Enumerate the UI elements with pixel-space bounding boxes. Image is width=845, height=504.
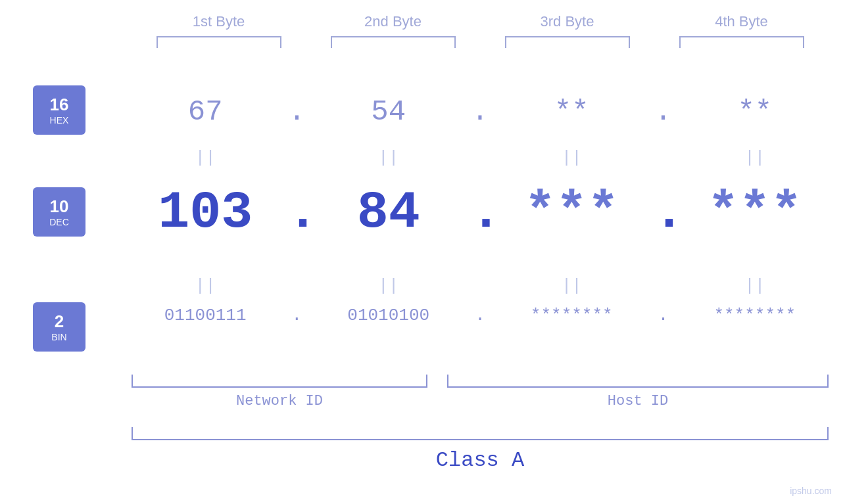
bin-b3: ********: [506, 306, 637, 325]
class-bracket: [132, 427, 829, 440]
byte-header-4: 4th Byte: [676, 13, 808, 30]
hex-b2: 54: [323, 95, 454, 128]
network-id-label: Network ID: [132, 393, 427, 409]
badge-bin: 2 BIN: [33, 302, 85, 352]
equals-2a: ||: [323, 148, 454, 168]
dec-dot-1: .: [287, 183, 306, 242]
watermark: ipshu.com: [790, 486, 832, 496]
hex-b3: **: [506, 95, 637, 128]
byte-header-3: 3rd Byte: [502, 13, 633, 30]
dec-b4: ***: [689, 187, 821, 239]
badge-hex: 16 HEX: [33, 85, 85, 135]
bin-dot-1: .: [287, 306, 306, 325]
bracket-byte-4: [679, 36, 804, 48]
byte-header-2: 2nd Byte: [327, 13, 459, 30]
byte-header-1: 1st Byte: [153, 13, 285, 30]
badge-dec-label: DEC: [49, 217, 69, 227]
page-wrapper: 1st Byte 2nd Byte 3rd Byte 4th Byte 16 H…: [0, 0, 845, 504]
equals-4b: ||: [689, 276, 821, 296]
dec-b1: 103: [139, 187, 271, 239]
class-label: Class A: [132, 448, 829, 472]
badge-bin-number: 2: [55, 311, 64, 332]
hex-b4: **: [689, 95, 821, 128]
equals-1b: ||: [139, 276, 271, 296]
equals-1a: ||: [139, 148, 271, 168]
badge-hex-number: 16: [50, 95, 69, 115]
bin-b4: ********: [689, 306, 821, 325]
bin-dot-3: .: [654, 306, 673, 325]
hex-b1: 67: [139, 95, 271, 128]
equals-3a: ||: [506, 148, 637, 168]
equals-3b: ||: [506, 276, 637, 296]
badge-dec-number: 10: [50, 196, 69, 217]
network-id-bracket: [132, 375, 427, 388]
badge-hex-label: HEX: [50, 115, 69, 126]
hex-dot-3: .: [654, 95, 673, 128]
dec-b2: 84: [323, 187, 454, 239]
host-id-bracket: [447, 375, 829, 388]
dec-dot-2: .: [470, 183, 490, 242]
dec-dot-3: .: [654, 183, 673, 242]
dec-b3: ***: [506, 187, 637, 239]
bracket-byte-2: [331, 36, 456, 48]
equals-2b: ||: [323, 276, 454, 296]
bracket-byte-1: [157, 36, 281, 48]
bracket-byte-3: [505, 36, 630, 48]
badge-dec: 10 DEC: [33, 187, 85, 237]
host-id-label: Host ID: [447, 393, 829, 409]
hex-dot-1: .: [287, 95, 306, 128]
bin-b2: 01010100: [323, 306, 454, 325]
bin-dot-2: .: [470, 306, 490, 325]
equals-4a: ||: [689, 148, 821, 168]
bin-b1: 01100111: [139, 306, 271, 325]
badge-bin-label: BIN: [51, 332, 66, 342]
hex-dot-2: .: [470, 95, 490, 128]
